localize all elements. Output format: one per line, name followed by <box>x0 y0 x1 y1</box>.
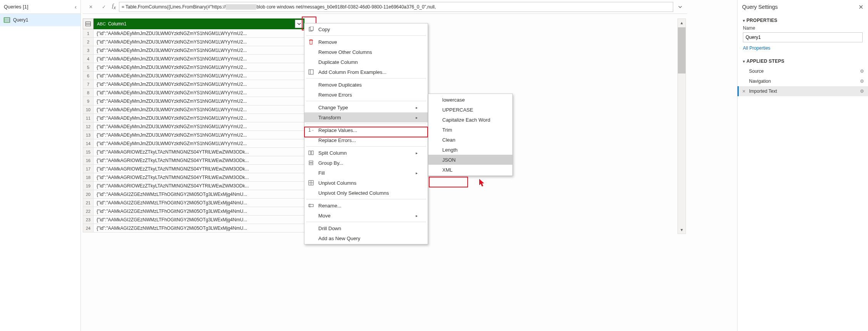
data-cell[interactable]: {"id":"AAMkADEyMmJmZDU3LWM0YzktNGZmYS1hN… <box>94 38 304 46</box>
menu-item-unpivot-only-selected-columns[interactable]: Unpivot Only Selected Columns <box>304 188 428 198</box>
data-cell[interactable]: {"id":"AAMkAGI2ZGEzNWMzLTFhOGItNGY2Mi05O… <box>94 224 304 232</box>
submenu-item-json[interactable]: JSON <box>428 155 512 165</box>
submenu-item-uppercase[interactable]: UPPERCASE <box>428 105 512 115</box>
row-number-cell[interactable]: 12 <box>83 122 94 131</box>
vertical-scrollbar[interactable]: ▴ ▾ <box>677 18 686 234</box>
row-number-cell[interactable]: 15 <box>83 148 94 156</box>
data-cell[interactable]: {"id":"AAMkADEyMmJmZDU3LWM0YzktNGZmYS1hN… <box>94 80 304 89</box>
menu-item-add-column-from-examples[interactable]: Add Column From Examples... <box>304 67 428 77</box>
formula-input[interactable]: = Table.FromColumns({Lines.FromBinary(#"… <box>119 2 673 12</box>
gear-icon[interactable]: ⚙ <box>860 79 864 84</box>
table-selector-button[interactable] <box>83 18 94 29</box>
menu-item-add-as-new-query[interactable]: Add as New Query <box>304 233 428 243</box>
data-cell[interactable]: {"id":"AAMkADEyMmJmZDU3LWM0YzktNGZmYS1hN… <box>94 29 304 38</box>
row-number-cell[interactable]: 8 <box>83 89 94 97</box>
row-number-cell[interactable]: 20 <box>83 190 94 199</box>
data-cell[interactable]: {"id":"AAMkAGI2ZGEzNWMzLTFhOGItNGY2Mi05O… <box>94 199 304 207</box>
data-cell[interactable]: {"id":"AAMkADEyMmJmZDU3LWM0YzktNGZmYS1hN… <box>94 139 304 148</box>
data-cell[interactable]: {"id":"AAMkADEyMmJmZDU3LWM0YzktNGZmYS1hN… <box>94 122 304 131</box>
formula-expand-button[interactable] <box>676 2 684 12</box>
row-number-cell[interactable]: 21 <box>83 199 94 207</box>
row-number-cell[interactable]: 23 <box>83 216 94 224</box>
gear-icon[interactable]: ⚙ <box>860 69 864 74</box>
menu-item-change-type[interactable]: Change Type▸ <box>304 102 428 112</box>
menu-item-replace-values[interactable]: 1→2Replace Values... <box>304 125 428 135</box>
data-cell[interactable]: {"id":"AAMkADEyMmJmZDU3LWM0YzktNGZmYS1hN… <box>94 89 304 97</box>
menu-item-rename[interactable]: Rename... <box>304 201 428 211</box>
data-cell[interactable]: {"id":"AAMkAGI2ZGEzNWMzLTFhOGItNGY2Mi05O… <box>94 190 304 199</box>
row-number-cell[interactable]: 5 <box>83 63 94 72</box>
row-number-cell[interactable]: 1 <box>83 29 94 38</box>
row-number-cell[interactable]: 19 <box>83 182 94 190</box>
row-number-cell[interactable]: 2 <box>83 38 94 46</box>
row-number-cell[interactable]: 9 <box>83 97 94 105</box>
data-cell[interactable]: {"id":"AAMkADEyMmJmZDU3LWM0YzktNGZmYS1hN… <box>94 131 304 139</box>
data-cell[interactable]: {"id":"AAMkAGRIOWEzZTkyLTAzNTMtNGNlZS04Y… <box>94 156 304 165</box>
data-cell[interactable]: {"id":"AAMkAGRIOWEzZTkyLTAzNTMtNGNlZS04Y… <box>94 148 304 156</box>
data-cell[interactable]: {"id":"AAMkAGRIOWEzZTkyLTAzNTMtNGNlZS04Y… <box>94 165 304 173</box>
row-number-cell[interactable]: 3 <box>83 46 94 55</box>
applied-steps-section-toggle[interactable]: ▾ APPLIED STEPS <box>738 55 868 66</box>
scroll-up-arrow[interactable]: ▴ <box>678 19 686 27</box>
all-properties-link[interactable]: All Properties <box>738 45 868 55</box>
formula-cancel-button[interactable]: ✕ <box>86 2 96 12</box>
menu-item-fill[interactable]: Fill▸ <box>304 168 428 178</box>
menu-item-unpivot-columns[interactable]: Unpivot Columns <box>304 178 428 188</box>
data-cell[interactable]: {"id":"AAMkAGRIOWEzZTkyLTAzNTMtNGNlZS04Y… <box>94 173 304 182</box>
query-name-input[interactable] <box>743 32 863 42</box>
menu-item-duplicate-column[interactable]: Duplicate Column <box>304 57 428 67</box>
data-cell[interactable]: {"id":"AAMkADEyMmJmZDU3LWM0YzktNGZmYS1hN… <box>94 72 304 80</box>
menu-item-remove-other-columns[interactable]: Remove Other Columns <box>304 47 428 57</box>
menu-item-replace-errors[interactable]: Replace Errors... <box>304 135 428 145</box>
submenu-item-lowercase[interactable]: lowercase <box>428 95 512 105</box>
gear-icon[interactable]: ⚙ <box>860 89 864 94</box>
menu-item-move[interactable]: Move▸ <box>304 211 428 221</box>
submenu-item-xml[interactable]: XML <box>428 165 512 175</box>
data-cell[interactable]: {"id":"AAMkADEyMmJmZDU3LWM0YzktNGZmYS1hN… <box>94 114 304 122</box>
data-cell[interactable]: {"id":"AAMkADEyMmJmZDU3LWM0YzktNGZmYS1hN… <box>94 46 304 55</box>
properties-section-toggle[interactable]: ▾ PROPERTIES <box>738 14 868 25</box>
row-number-cell[interactable]: 22 <box>83 207 94 216</box>
row-number-cell[interactable]: 7 <box>83 80 94 89</box>
formula-commit-button[interactable]: ✓ <box>99 2 109 12</box>
menu-item-split-column[interactable]: Split Column▸ <box>304 148 428 158</box>
applied-step-source[interactable]: Source⚙ <box>738 66 868 76</box>
applied-step-imported-text[interactable]: ✕Imported Text⚙ <box>738 86 868 96</box>
menu-item-drill-down[interactable]: Drill Down <box>304 223 428 233</box>
queries-collapse-button[interactable]: ‹ <box>75 4 77 10</box>
query-item[interactable]: Query1 <box>0 14 80 26</box>
submenu-item-trim[interactable]: Trim <box>428 125 512 135</box>
row-number-cell[interactable]: 10 <box>83 105 94 114</box>
data-cell[interactable]: {"id":"AAMkAGI2ZGEzNWMzLTFhOGItNGY2Mi05O… <box>94 207 304 216</box>
menu-item-remove-duplicates[interactable]: Remove Duplicates <box>304 80 428 90</box>
data-cell[interactable]: {"id":"AAMkADEyMmJmZDU3LWM0YzktNGZmYS1hN… <box>94 63 304 72</box>
delete-step-icon[interactable]: ✕ <box>742 89 746 94</box>
data-cell[interactable]: {"id":"AAMkADEyMmJmZDU3LWM0YzktNGZmYS1hN… <box>94 105 304 114</box>
row-number-cell[interactable]: 4 <box>83 55 94 63</box>
row-number-cell[interactable]: 16 <box>83 156 94 165</box>
data-cell[interactable]: {"id":"AAMkAGRIOWEzZTkyLTAzNTMtNGNlZS04Y… <box>94 182 304 190</box>
row-number-cell[interactable]: 6 <box>83 72 94 80</box>
row-number-cell[interactable]: 17 <box>83 165 94 173</box>
submenu-item-capitalize-each-word[interactable]: Capitalize Each Word <box>428 115 512 125</box>
row-number-cell[interactable]: 24 <box>83 224 94 232</box>
menu-item-transform[interactable]: Transform▸ <box>304 112 428 122</box>
row-number-cell[interactable]: 18 <box>83 173 94 182</box>
submenu-item-clean[interactable]: Clean <box>428 135 512 145</box>
data-cell[interactable]: {"id":"AAMkADEyMmJmZDU3LWM0YzktNGZmYS1hN… <box>94 97 304 105</box>
scroll-down-arrow[interactable]: ▾ <box>678 226 686 234</box>
data-cell[interactable]: {"id":"AAMkADEyMmJmZDU3LWM0YzktNGZmYS1hN… <box>94 55 304 63</box>
row-number-cell[interactable]: 13 <box>83 131 94 139</box>
menu-item-remove-errors[interactable]: Remove Errors <box>304 90 428 100</box>
row-number-cell[interactable]: 14 <box>83 139 94 148</box>
menu-item-remove[interactable]: Remove <box>304 37 428 47</box>
data-cell[interactable]: {"id":"AAMkAGI2ZGEzNWMzLTFhOGItNGY2Mi05O… <box>94 216 304 224</box>
menu-item-copy[interactable]: Copy <box>304 24 428 34</box>
column-filter-dropdown[interactable] <box>295 20 303 28</box>
column-header[interactable]: ABC Column1 <box>94 18 304 29</box>
row-number-cell[interactable]: 11 <box>83 114 94 122</box>
scroll-thumb[interactable] <box>678 27 686 74</box>
applied-step-navigation[interactable]: Navigation⚙ <box>738 76 868 86</box>
menu-item-group-by[interactable]: Group By... <box>304 158 428 168</box>
close-button[interactable]: ✕ <box>858 3 863 11</box>
